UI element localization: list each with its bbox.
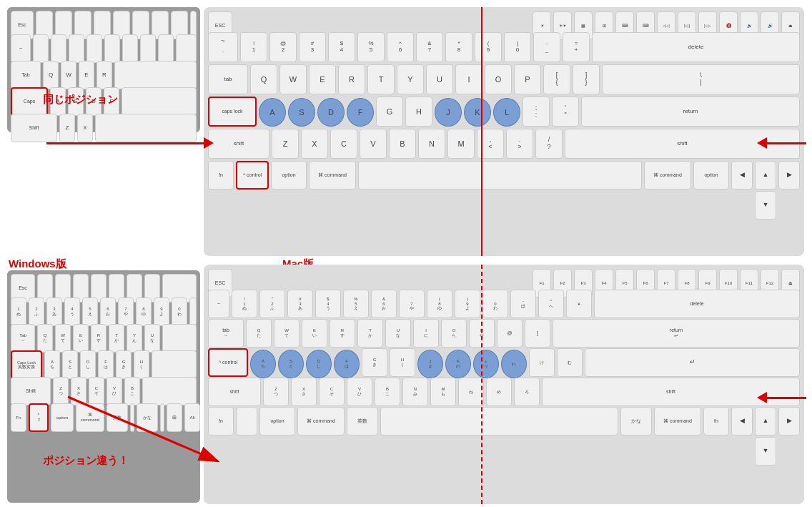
kn-rest [189, 297, 197, 326]
key-capslock-win-bottom: Caps Lock英数変換 [11, 350, 42, 379]
mb-z-b: Zつ [263, 378, 289, 406]
khome-rest [152, 350, 197, 379]
mb-n5: %5え [343, 290, 369, 318]
ke: Eい [73, 324, 89, 353]
mk-w: W [279, 64, 307, 94]
kn8: 8ゆ [136, 297, 152, 326]
key-control-win-bottom: ^⇧ [29, 403, 49, 432]
mk-control-mac-top: ^ control [236, 161, 269, 189]
mk-capslock: caps lock [208, 97, 257, 127]
mk-tab: tab [208, 64, 248, 94]
mk-return: return [581, 97, 800, 127]
key-rest-home [122, 87, 197, 116]
mb-g-b: Gき [362, 348, 387, 377]
mb-up-b: ▲ [755, 407, 776, 435]
mb-n8: (8ゆ [427, 290, 452, 318]
key-9-del [176, 34, 197, 63]
mb-t-b: Tか [357, 319, 383, 348]
mk-slash: /? [535, 129, 563, 159]
mk-a-blue: A [259, 98, 286, 127]
mk-z: Z [272, 129, 299, 159]
mb-command-l-b: ⌘ command [297, 407, 345, 435]
mk-4: $4 [328, 32, 355, 62]
mk-left: ◀ [731, 161, 753, 189]
mk-quote: '" [552, 97, 579, 127]
mb-n10: 0わ [482, 290, 508, 318]
key-2 [51, 34, 66, 63]
mk-equals: =+ [563, 32, 590, 62]
mk-v: V [360, 129, 387, 159]
mb-right-b: ▶ [778, 407, 800, 435]
mb-left-b: ◀ [731, 407, 753, 435]
kw: Wて [55, 324, 71, 353]
key-e: E [79, 61, 94, 89]
mb-semi-blue: れ [501, 350, 527, 378]
mb-mu: む [557, 348, 583, 377]
mk-n: N [418, 129, 445, 159]
ktab: Tab→ [11, 324, 35, 353]
mb-o-b: Oら [441, 319, 467, 348]
kh: Hく [134, 350, 149, 379]
mb-c-b: Cそ [319, 378, 345, 406]
mk-shift-left: shift [208, 129, 269, 159]
win-keyboard-top: Esc ~ [7, 7, 200, 132]
mb-v-b: Vひ [347, 378, 372, 406]
mb-j-blue: Jま [417, 350, 443, 378]
kn7: 7や [118, 297, 134, 326]
mk-fn: fn [208, 161, 234, 189]
ka: Aち [44, 350, 60, 379]
kg: Gき [116, 350, 132, 379]
vertical-line-top [481, 7, 482, 256]
mk-rbracket: ]} [573, 64, 600, 94]
key-w: W [61, 61, 76, 89]
mk-t: T [367, 64, 395, 94]
mb-n-b: Nみ [402, 378, 428, 406]
mk-j-blue: J [435, 98, 462, 127]
mk-y: Y [397, 64, 424, 94]
key-8 [158, 34, 174, 63]
mk-option-right: option [693, 161, 729, 189]
mk-b: B [389, 129, 416, 159]
windows-label: Windows版 [9, 257, 66, 271]
mk-e: E [309, 64, 336, 94]
mk-f-blue: F [347, 98, 374, 127]
mk-semicolon: ;: [523, 97, 550, 127]
mb-n7: '7や [399, 290, 425, 318]
mk-o: O [485, 64, 512, 94]
mac-keyboard-bottom: ESC F1 F2 F3 F4 F5 F6 F7 F8 F9 F10 F11 F… [204, 265, 804, 504]
key-tab: Tab [11, 61, 41, 89]
mk-l-blue: L [493, 98, 520, 127]
mb-r-b: Rす [330, 319, 355, 348]
mb-e-b: Eい [302, 319, 327, 348]
mb-h-b: Hく [390, 348, 415, 377]
key-5 [104, 34, 120, 63]
mb-s-blue: Sと [278, 350, 304, 378]
mb-fn-r: fn [703, 407, 729, 435]
mk-g: G [376, 97, 403, 127]
mk-period: .> [506, 129, 533, 159]
mk-down: ▼ [755, 191, 776, 220]
divider [0, 260, 812, 262]
mb-ne: ね [458, 378, 484, 406]
key-rest-q [114, 61, 197, 89]
mb-u-b: Uな [385, 319, 411, 348]
mb-option-b: option [259, 407, 295, 435]
mb-n4: $4う [315, 290, 341, 318]
ku: Uな [144, 324, 160, 353]
mk-right: ▶ [778, 161, 800, 189]
mk-command-left: ⌘ command [309, 161, 356, 189]
mb-a-blue: Aち [250, 350, 276, 378]
mb-return2: ↵ [585, 348, 800, 377]
ky: Yん [127, 324, 142, 353]
kr: Rす [91, 324, 107, 353]
mk-m: M [447, 129, 475, 159]
kn6: 6お [100, 297, 116, 326]
mb-q-b: Qた [246, 319, 272, 348]
mb-n1: !1ぬ [232, 290, 257, 318]
key-6 [122, 34, 138, 63]
mb-n6: &6お [371, 290, 397, 318]
page-wrapper: Esc ~ [0, 0, 812, 507]
mk-x: X [301, 129, 328, 159]
mk-9: (9 [475, 32, 502, 62]
mb-f-blue: Fは [334, 350, 360, 378]
